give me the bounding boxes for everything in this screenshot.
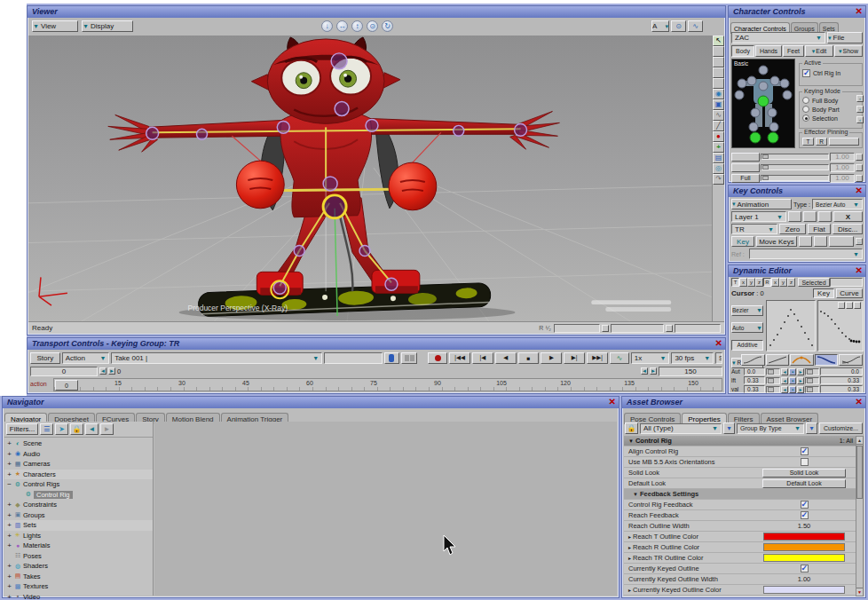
close-icon[interactable]: ✕: [856, 6, 863, 17]
dyn-mini-button[interactable]: ◂: [781, 377, 788, 384]
expander[interactable]: −: [6, 480, 12, 488]
status-step-button[interactable]: [602, 325, 609, 332]
expand-icon[interactable]: ▸: [628, 533, 631, 540]
property-row[interactable]: ▸Reach T Outline Color: [624, 532, 856, 542]
timeline-scrub-handle[interactable]: 0: [55, 380, 78, 391]
play-reverse-button[interactable]: ◀: [495, 352, 517, 364]
expand-icon[interactable]: ▸: [628, 587, 631, 593]
layer-dropdown[interactable]: Layer 1▼: [731, 211, 786, 222]
dynamic-editor-titlebar[interactable]: Dynamic Editor✕: [729, 265, 865, 277]
type-filter-dropdown[interactable]: All (Type)▼: [640, 423, 722, 434]
dyn-mini-button[interactable]: ▸: [797, 386, 804, 393]
dyn-right-value[interactable]: 0.33: [820, 385, 863, 393]
body-button[interactable]: Body: [731, 45, 754, 57]
dyn-right-value[interactable]: 0.33: [820, 376, 863, 384]
character-representation[interactable]: Basic: [731, 59, 795, 148]
curve-graph[interactable]: [817, 300, 864, 351]
expander[interactable]: +: [6, 460, 12, 468]
filters-button[interactable]: Filters...: [6, 423, 38, 435]
property-row[interactable]: Reach Outline Width1.50: [624, 521, 856, 532]
dyn-left-value[interactable]: 0.0: [744, 367, 765, 375]
range-step-fwd-button[interactable]: ►: [650, 367, 657, 375]
selected-button[interactable]: Selected: [798, 278, 830, 287]
key-more-button[interactable]: ..: [856, 238, 863, 245]
keying-arrow-button[interactable]: ‹: [856, 116, 864, 123]
stop-button[interactable]: ■: [518, 352, 540, 364]
hands-button[interactable]: Hands: [755, 45, 782, 57]
property-row[interactable]: ▸Reach R Outline Color: [624, 542, 856, 553]
slider-key-button[interactable]: [856, 175, 863, 182]
dyn-left-value[interactable]: 0.33: [744, 376, 765, 384]
filter-icon[interactable]: ▾: [723, 422, 735, 434]
keying-arrow-button[interactable]: ‹: [856, 106, 864, 113]
transport-titlebar[interactable]: Transport Controls - Keying Group: TR✕: [28, 338, 725, 350]
dyn-left-value[interactable]: 0.33: [744, 385, 765, 393]
slider-thumb[interactable]: [768, 378, 774, 383]
next-key-button[interactable]: ▶|: [564, 352, 585, 364]
add-tool-button[interactable]: +: [713, 142, 724, 153]
disc-button[interactable]: Disc...: [832, 224, 863, 234]
prev-key-button[interactable]: |◀: [472, 352, 493, 364]
property-subgroup-header[interactable]: ▼Feedback Settings: [624, 489, 856, 500]
default-look-button[interactable]: Default Look: [762, 479, 846, 488]
record-tool-button[interactable]: ●: [713, 131, 724, 142]
axis-toggle[interactable]: x: [771, 278, 779, 287]
property-checkbox[interactable]: [801, 501, 809, 509]
expander[interactable]: +: [6, 470, 12, 478]
tree-item[interactable]: +▤Takes: [4, 572, 153, 582]
solid-look-button[interactable]: Solid Look: [762, 469, 846, 478]
move-keys-button[interactable]: Move Keys: [756, 236, 797, 247]
property-value[interactable]: 1.00: [798, 575, 811, 583]
curve-preset-button[interactable]: [741, 354, 765, 366]
navigator-content-area[interactable]: [154, 422, 617, 596]
property-row[interactable]: IK Effector Opacity30.00: [624, 596, 856, 596]
dyn-mini-button[interactable]: ▪: [789, 386, 796, 393]
tool-button[interactable]: [713, 57, 724, 67]
tree-item[interactable]: +▩Textures: [4, 581, 153, 592]
delete-layer-button[interactable]: X: [833, 211, 863, 222]
current-frame-field[interactable]: 0: [30, 367, 98, 376]
slider-value[interactable]: 1.00: [830, 153, 855, 162]
slider-key-button[interactable]: [856, 164, 863, 171]
tree-item[interactable]: +✳Lights: [4, 531, 153, 541]
scroll-up-arrow[interactable]: ▲: [856, 437, 863, 445]
forward-button[interactable]: ►: [100, 423, 114, 435]
slider-thumb[interactable]: [762, 176, 769, 180]
tree-item[interactable]: +●Materials: [4, 541, 153, 551]
frame-step-back-button[interactable]: ◄: [99, 367, 107, 375]
curve-preset-button[interactable]: [839, 354, 863, 366]
keying-group-dropdown[interactable]: TR▼: [731, 224, 777, 234]
key-tool-button[interactable]: [829, 236, 854, 247]
tree-item[interactable]: +▣Groups: [4, 510, 153, 521]
dyn-mini-button[interactable]: ▪: [789, 377, 796, 384]
browser-tool-button[interactable]: ◉: [713, 89, 724, 99]
timeline-ruler[interactable]: 15 30 45 60 75 90 105 120 135 150 0: [53, 378, 722, 391]
fcurve-overlay-button[interactable]: ∿: [688, 20, 703, 32]
dyn-mini-button[interactable]: ▸: [797, 377, 804, 384]
zero-button[interactable]: Zero: [779, 224, 806, 234]
tree-item[interactable]: +▥Sets: [4, 520, 153, 531]
tree-item[interactable]: +★Characters: [4, 470, 153, 480]
slider-thumb[interactable]: [762, 154, 769, 159]
slider-thumb[interactable]: [768, 387, 774, 392]
expand-icon[interactable]: ▸: [628, 555, 631, 561]
close-icon[interactable]: ✕: [856, 397, 863, 407]
tool-button[interactable]: [713, 67, 724, 78]
tree-item[interactable]: ☷Poses: [4, 551, 153, 562]
expand-icon[interactable]: ▸: [628, 544, 631, 550]
expander[interactable]: +: [6, 450, 12, 458]
property-row[interactable]: Default LookDefault Look: [624, 478, 856, 489]
curve-arrow-button[interactable]: ↷: [713, 174, 724, 185]
property-row[interactable]: Solid LookSolid Look: [624, 468, 856, 478]
axis-toggle[interactable]: x: [739, 278, 747, 287]
go-to-start-button[interactable]: |◀◀: [449, 352, 470, 364]
key-view-button[interactable]: Key: [813, 288, 834, 298]
close-icon[interactable]: ✕: [715, 338, 722, 349]
edit-button[interactable]: ▾Edit: [805, 45, 833, 57]
tree-item-selected[interactable]: ⚙Control Rig: [4, 490, 153, 501]
color-swatch[interactable]: [763, 543, 845, 551]
take-info-field[interactable]: [324, 352, 382, 364]
story-button[interactable]: Story: [30, 352, 60, 364]
slider-thumb[interactable]: [768, 369, 774, 375]
tree-item[interactable]: +◍Shaders: [4, 561, 153, 572]
